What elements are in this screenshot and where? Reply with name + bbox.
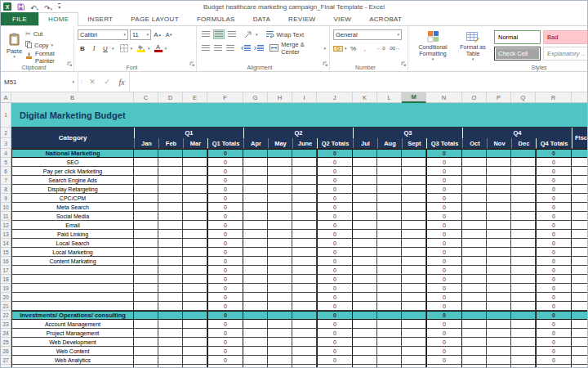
cell-month[interactable] (292, 257, 317, 266)
cell-month[interactable] (134, 302, 158, 311)
month-header-aug[interactable]: Aug (377, 138, 402, 149)
cell-month[interactable] (158, 230, 183, 239)
cell-month[interactable] (377, 230, 402, 239)
cell-quarter-total[interactable]: 0 (317, 257, 353, 266)
cell-month[interactable] (377, 347, 402, 356)
cell-month[interactable] (183, 158, 207, 167)
row-header-26[interactable]: 26 (1, 347, 11, 356)
decrease-decimal-button[interactable]: .00→ (389, 43, 401, 53)
cell-month[interactable] (402, 167, 426, 176)
select-all-corner[interactable] (572, 92, 587, 103)
cell-month[interactable] (183, 365, 207, 368)
cell-month[interactable] (134, 185, 158, 194)
middle-align-button[interactable] (213, 29, 225, 39)
cell-quarter-total[interactable]: 0 (536, 176, 572, 185)
cell-fiscal[interactable] (572, 311, 587, 320)
cell-month[interactable] (353, 356, 377, 365)
number-dialog-launcher[interactable] (401, 55, 406, 70)
cell-month[interactable] (158, 158, 183, 167)
row-label-21[interactable] (11, 302, 134, 311)
cell-quarter-total[interactable]: 0 (207, 284, 243, 293)
cell-month[interactable] (292, 293, 317, 302)
cell-quarter-total[interactable]: 0 (426, 338, 462, 347)
row-header-2[interactable]: 2 (1, 128, 11, 138)
cell-month[interactable] (377, 365, 402, 368)
cell-month[interactable] (243, 158, 268, 167)
cell-month[interactable] (511, 320, 536, 329)
cell-month[interactable] (268, 347, 292, 356)
row-header-12[interactable]: 12 (1, 221, 11, 230)
cell-month[interactable] (243, 257, 268, 266)
cell-quarter-total[interactable]: 0 (536, 293, 572, 302)
cell-month[interactable] (183, 239, 207, 248)
cell-quarter-total[interactable]: 0 (426, 320, 462, 329)
cell-quarter-total[interactable]: 0 (536, 275, 572, 284)
cell-month[interactable] (183, 275, 207, 284)
cell-month[interactable] (511, 194, 536, 203)
cell-month[interactable] (487, 176, 511, 185)
row-label-18[interactable] (11, 275, 134, 284)
row-header-27[interactable]: 27 (1, 356, 11, 365)
row-label-22[interactable]: Investments/ Operations/ consulting (11, 311, 134, 320)
cell-month[interactable] (487, 203, 511, 212)
cell-month[interactable] (134, 365, 158, 368)
tab-review[interactable]: REVIEW (279, 12, 324, 25)
row-header-10[interactable]: 10 (1, 203, 11, 212)
cell-month[interactable] (243, 329, 268, 338)
quarter-header-q4[interactable]: Q4 (462, 128, 572, 138)
column-header-L[interactable]: L (377, 92, 402, 103)
cell-quarter-total[interactable]: 0 (317, 266, 353, 275)
cell-month[interactable] (134, 293, 158, 302)
cell-fiscal[interactable] (572, 230, 587, 239)
cell-month[interactable] (377, 311, 402, 320)
cell-quarter-total[interactable]: 0 (317, 320, 353, 329)
cell-month[interactable] (377, 284, 402, 293)
cell-month[interactable] (292, 284, 317, 293)
cell-fiscal[interactable] (572, 320, 587, 329)
cell-month[interactable] (377, 320, 402, 329)
cell-month[interactable] (487, 185, 511, 194)
cell-quarter-total[interactable]: 0 (426, 185, 462, 194)
cell-quarter-total[interactable]: 0 (207, 230, 243, 239)
cell-quarter-total[interactable]: 0 (317, 248, 353, 257)
underline-button[interactable]: U (100, 43, 110, 53)
align-center-button[interactable] (212, 43, 223, 53)
cell-month[interactable] (268, 275, 292, 284)
cell-fiscal[interactable] (572, 212, 587, 221)
cell-month[interactable] (268, 311, 292, 320)
cell-quarter-total[interactable]: 0 (317, 347, 353, 356)
cell-month[interactable] (462, 185, 487, 194)
cell-month[interactable] (402, 203, 426, 212)
cell-month[interactable] (292, 311, 317, 320)
cell-month[interactable] (183, 284, 207, 293)
cell-month[interactable] (353, 293, 377, 302)
cell-style-explanatory-[interactable]: Explanatory ... (543, 47, 588, 61)
cell-month[interactable] (292, 149, 317, 158)
font-color-button[interactable]: A (154, 43, 163, 53)
cell-fiscal[interactable] (572, 338, 587, 347)
cell-quarter-total[interactable]: 0 (317, 293, 353, 302)
cell-month[interactable] (462, 347, 487, 356)
cell-month[interactable] (292, 266, 317, 275)
row-label-17[interactable] (11, 266, 134, 275)
cell-quarter-total[interactable]: 0 (426, 302, 462, 311)
cell-quarter-total[interactable]: 0 (207, 302, 243, 311)
cell-month[interactable] (377, 176, 402, 185)
cell-month[interactable] (243, 293, 268, 302)
cell-quarter-total[interactable]: 0 (426, 248, 462, 257)
column-header-M[interactable]: M (402, 92, 426, 103)
cell-month[interactable] (402, 176, 426, 185)
cell-month[interactable] (292, 338, 317, 347)
cell-month[interactable] (243, 311, 268, 320)
cell-quarter-total[interactable]: 0 (426, 167, 462, 176)
cell-month[interactable] (353, 284, 377, 293)
cell-month[interactable] (243, 176, 268, 185)
cell-quarter-total[interactable]: 0 (207, 203, 243, 212)
cell-quarter-total[interactable]: 0 (317, 284, 353, 293)
cell-month[interactable] (134, 311, 158, 320)
cell-quarter-total[interactable]: 0 (317, 239, 353, 248)
cell-fiscal[interactable] (572, 248, 587, 257)
cell-month[interactable] (487, 212, 511, 221)
column-header-G[interactable]: G (243, 92, 268, 103)
cell-month[interactable] (402, 338, 426, 347)
